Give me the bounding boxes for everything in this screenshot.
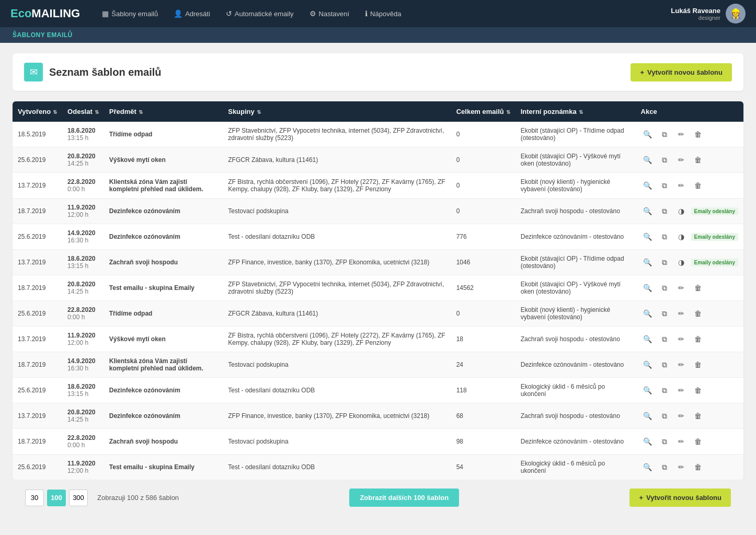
view-button-6[interactable]: 🔍 bbox=[641, 281, 655, 295]
view-button-4[interactable]: 🔍 bbox=[641, 230, 655, 243]
nav-item-adresati[interactable]: 👤Adresáti bbox=[167, 6, 216, 21]
edit-button-0[interactable]: ✏ bbox=[674, 127, 688, 141]
cell-odeslat-13: 11.9.202012:00 h bbox=[62, 455, 104, 480]
create-template-button-top[interactable]: + Vytvořit novou šablonu bbox=[631, 63, 732, 82]
cell-skupiny-13: Test - odesílaní dotazníku ODB bbox=[223, 455, 451, 480]
subject-text: Dezinfekce ozónováním bbox=[109, 233, 180, 240]
delete-button-11[interactable]: 🗑 bbox=[691, 409, 705, 423]
stats-button-3[interactable]: ◑ bbox=[674, 204, 688, 218]
total-count: 18 bbox=[456, 335, 463, 343]
create-template-button-bottom[interactable]: + Vytvořit novou šablonu bbox=[629, 489, 731, 507]
view-button-13[interactable]: 🔍 bbox=[641, 460, 655, 474]
view-button-2[interactable]: 🔍 bbox=[641, 179, 655, 192]
groups-text: ZFP Stavebnictví, ZFP Vypocetni technika… bbox=[228, 281, 444, 295]
copy-button-1[interactable]: ⧉ bbox=[658, 153, 671, 167]
total-count: 0 bbox=[456, 310, 460, 317]
col-header-skupiny[interactable]: Skupiny⇅ bbox=[223, 101, 451, 122]
copy-button-8[interactable]: ⧉ bbox=[658, 332, 671, 346]
view-button-7[interactable]: 🔍 bbox=[641, 307, 655, 320]
col-header-poznamka[interactable]: Interní poznámka⇅ bbox=[516, 101, 636, 122]
view-button-11[interactable]: 🔍 bbox=[641, 409, 655, 423]
edit-button-12[interactable]: ✏ bbox=[674, 435, 688, 448]
copy-button-4[interactable]: ⧉ bbox=[658, 230, 671, 243]
delete-button-7[interactable]: 🗑 bbox=[691, 307, 705, 320]
copy-button-13[interactable]: ⧉ bbox=[658, 460, 671, 474]
view-button-9[interactable]: 🔍 bbox=[641, 358, 655, 371]
copy-button-9[interactable]: ⧉ bbox=[658, 358, 671, 371]
delete-button-9[interactable]: 🗑 bbox=[691, 358, 705, 371]
delete-button-10[interactable]: 🗑 bbox=[691, 383, 705, 397]
edit-button-6[interactable]: ✏ bbox=[674, 281, 688, 295]
col-header-total[interactable]: Celkem emailů⇅ bbox=[451, 101, 516, 122]
col-header-odeslat[interactable]: Odeslat⇅ bbox=[62, 101, 104, 122]
copy-button-12[interactable]: ⧉ bbox=[658, 435, 671, 448]
copy-button-11[interactable]: ⧉ bbox=[658, 409, 671, 423]
nav-item-nastaveni[interactable]: ⚙Nastavení bbox=[303, 6, 356, 21]
delete-button-12[interactable]: 🗑 bbox=[691, 435, 705, 448]
edit-button-2[interactable]: ✏ bbox=[674, 179, 688, 192]
cell-poznamka-12: Dezinfekce ozónováním - otestováno bbox=[516, 429, 636, 455]
col-header-vytvoreno[interactable]: Vytvořeno⇅ bbox=[13, 101, 62, 122]
view-button-10[interactable]: 🔍 bbox=[641, 383, 655, 397]
view-button-0[interactable]: 🔍 bbox=[641, 127, 655, 141]
delete-button-2[interactable]: 🗑 bbox=[691, 179, 705, 192]
copy-button-0[interactable]: ⧉ bbox=[658, 127, 671, 141]
edit-button-1[interactable]: ✏ bbox=[674, 153, 688, 167]
created-date: 18.7.2019 bbox=[18, 207, 45, 215]
cell-odeslat-9: 14.9.202016:30 h bbox=[62, 352, 104, 378]
stats-button-5[interactable]: ◑ bbox=[674, 255, 688, 269]
load-more-button[interactable]: Zobrazit dalších 100 šablon bbox=[349, 489, 459, 507]
logo[interactable]: EcoMAILING bbox=[10, 7, 80, 20]
copy-button-10[interactable]: ⧉ bbox=[658, 383, 671, 397]
delete-button-8[interactable]: 🗑 bbox=[691, 332, 705, 346]
edit-button-8[interactable]: ✏ bbox=[674, 332, 688, 346]
created-date: 25.6.2019 bbox=[18, 463, 45, 471]
view-button-3[interactable]: 🔍 bbox=[641, 204, 655, 218]
edit-button-7[interactable]: ✏ bbox=[674, 307, 688, 320]
copy-button-2[interactable]: ⧉ bbox=[658, 179, 671, 192]
edit-button-11[interactable]: ✏ bbox=[674, 409, 688, 423]
cell-skupiny-6: ZFP Stavebnictví, ZFP Vypocetni technika… bbox=[223, 275, 451, 301]
nav-item-automaticke[interactable]: ↺Automatické emaily bbox=[220, 6, 300, 21]
footer: Copyright © 2020, All rights reserved. bbox=[0, 533, 756, 535]
send-time: 14:25 h bbox=[67, 160, 88, 167]
cell-skupiny-3: Testovací podskupina bbox=[223, 199, 451, 224]
delete-button-13[interactable]: 🗑 bbox=[691, 460, 705, 474]
send-time: 13:15 h bbox=[67, 390, 88, 398]
view-button-8[interactable]: 🔍 bbox=[641, 332, 655, 346]
view-button-12[interactable]: 🔍 bbox=[641, 435, 655, 448]
nav-item-sablony[interactable]: ▦Šablony emailů bbox=[96, 6, 164, 21]
nastaveni-icon: ⚙ bbox=[310, 9, 316, 18]
send-date: 22.8.2020 bbox=[67, 434, 95, 441]
delete-button-6[interactable]: 🗑 bbox=[691, 281, 705, 295]
page-size-btn-30[interactable]: 30 bbox=[25, 490, 44, 506]
delete-button-1[interactable]: 🗑 bbox=[691, 153, 705, 167]
cell-odeslat-4: 14.9.202016:30 h bbox=[62, 224, 104, 250]
delete-button-0[interactable]: 🗑 bbox=[691, 127, 705, 141]
cell-total-8: 18 bbox=[451, 327, 516, 352]
edit-button-9[interactable]: ✏ bbox=[674, 358, 688, 371]
edit-button-10[interactable]: ✏ bbox=[674, 383, 688, 397]
send-time: 12:00 h bbox=[67, 467, 88, 474]
subject-text: Výškové mytí oken bbox=[109, 156, 166, 164]
cell-vytvoreno-11: 13.7.2019 bbox=[13, 403, 62, 429]
view-button-1[interactable]: 🔍 bbox=[641, 153, 655, 167]
subject-text: Zachraň svoji hospodu bbox=[109, 438, 178, 445]
groups-text: Testovací podskupina bbox=[228, 438, 288, 445]
nav-item-napoveda[interactable]: ℹNápověda bbox=[359, 6, 407, 21]
copy-button-5[interactable]: ⧉ bbox=[658, 255, 671, 269]
groups-text: ZFGCR Zábava, kultura (11461) bbox=[228, 310, 318, 317]
send-date: 14.9.2020 bbox=[67, 229, 95, 237]
copy-button-3[interactable]: ⧉ bbox=[658, 204, 671, 218]
page-size-btn-300[interactable]: 300 bbox=[69, 490, 88, 506]
edit-button-13[interactable]: ✏ bbox=[674, 460, 688, 474]
view-button-5[interactable]: 🔍 bbox=[641, 255, 655, 269]
col-header-predmet[interactable]: Předmět⇅ bbox=[104, 101, 223, 122]
subject-text: Dezinfekce ozónováním bbox=[109, 412, 180, 420]
stats-button-4[interactable]: ◑ bbox=[674, 230, 688, 243]
page-size-btn-100[interactable]: 100 bbox=[47, 490, 66, 506]
cell-odeslat-2: 22.8.20200:00 h bbox=[62, 173, 104, 199]
napoveda-label: Nápověda bbox=[370, 10, 401, 18]
copy-button-7[interactable]: ⧉ bbox=[658, 307, 671, 320]
copy-button-6[interactable]: ⧉ bbox=[658, 281, 671, 295]
